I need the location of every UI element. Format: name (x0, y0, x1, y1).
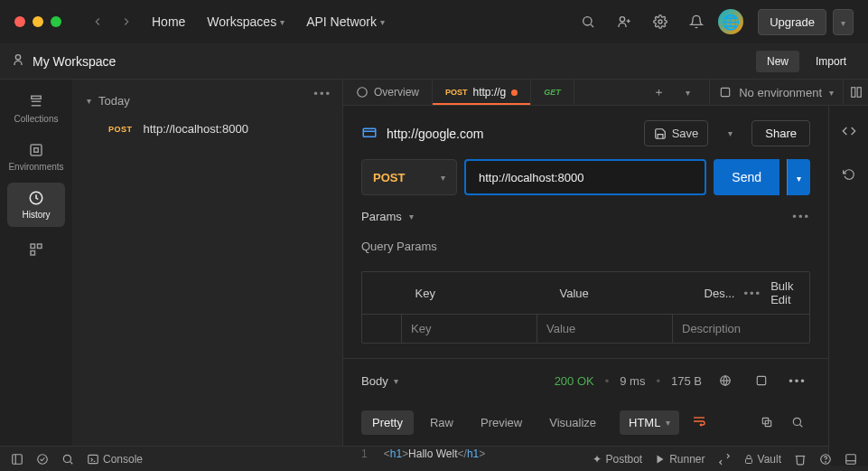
content: Overview POST http://g GET ＋ ▾ No enviro… (343, 80, 868, 446)
view-visualize[interactable]: Visualize (538, 410, 607, 435)
format-select[interactable]: HTML▾ (620, 410, 679, 435)
method-select[interactable]: POST ▾ (361, 159, 457, 195)
bulk-edit-link[interactable]: ••• Bulk Edit (744, 279, 801, 306)
share-button[interactable]: Share (751, 120, 810, 146)
save-response-icon[interactable] (749, 368, 774, 393)
send-dropdown[interactable]: ▾ (787, 159, 810, 195)
notifications-icon[interactable] (682, 7, 711, 36)
footer-console[interactable]: Console (87, 453, 143, 466)
search-icon[interactable] (574, 7, 602, 36)
footer-runner[interactable]: Runner (655, 453, 705, 466)
upgrade-button[interactable]: Upgrade (758, 9, 826, 35)
svg-rect-22 (757, 376, 765, 384)
new-tab-button[interactable]: ＋ (646, 80, 671, 105)
param-value-input[interactable]: Value (537, 315, 673, 343)
copy-response-icon[interactable] (754, 410, 779, 435)
history-group-label: Today (98, 94, 130, 108)
params-tab[interactable]: Params (361, 210, 402, 223)
tab-overview[interactable]: Overview (343, 80, 433, 105)
view-raw[interactable]: Raw (419, 410, 464, 435)
minimize-window[interactable] (33, 16, 43, 27)
svg-rect-36 (745, 458, 751, 463)
history-item-url: http://localhost:8000 (144, 122, 248, 136)
response-status: 200 OK (555, 374, 594, 388)
footer-layout-icon[interactable] (845, 453, 857, 466)
rail-history[interactable]: History (7, 183, 65, 227)
save-label: Save (672, 127, 699, 140)
nav-api-network[interactable]: API Network▾ (299, 11, 392, 33)
footer-sync-icon[interactable] (36, 453, 49, 466)
response-body-tab[interactable]: Body▾ (361, 374, 398, 388)
refresh-icon[interactable] (836, 162, 862, 187)
footer-trash-icon[interactable] (794, 453, 807, 466)
search-response-icon[interactable] (785, 410, 810, 435)
environment-select[interactable]: No environment ▾ (709, 80, 843, 105)
titlebar: Home Workspaces▾ API Network▾ 🌐 Upgrade … (0, 0, 868, 43)
save-dropdown[interactable]: ▾ (717, 121, 742, 146)
nav-forward[interactable] (116, 11, 137, 33)
nav-workspaces[interactable]: Workspaces▾ (200, 11, 292, 33)
request-title[interactable]: http://google.com (387, 127, 635, 141)
footer-postbot[interactable]: ✦ Postbot (593, 453, 642, 466)
rail-collections-label: Collections (14, 114, 59, 124)
send-button[interactable]: Send (714, 159, 779, 195)
response-time: 9 ms (620, 374, 645, 388)
rail-collections[interactable]: Collections (7, 87, 65, 131)
rail-more[interactable] (7, 234, 65, 265)
tab-method-badge: POST (445, 88, 468, 97)
footer-find-icon[interactable] (61, 453, 74, 466)
nav-back[interactable] (87, 11, 108, 33)
param-key-input[interactable]: Key (402, 315, 537, 343)
history-item[interactable]: POST http://localhost:8000 (72, 115, 342, 143)
maximize-window[interactable] (51, 16, 61, 27)
svg-point-6 (15, 55, 20, 60)
env-quicklook-icon[interactable] (843, 80, 868, 105)
params-more-icon[interactable]: ••• (792, 210, 810, 223)
footer-vault[interactable]: Vault (743, 453, 781, 466)
rail-environments[interactable]: Environments (7, 135, 65, 179)
tab-get[interactable]: GET (531, 80, 574, 105)
history-panel-more-icon[interactable]: ••• (313, 87, 331, 100)
right-rail (828, 106, 868, 466)
workspace-name[interactable]: My Workspace (33, 54, 751, 69)
url-input[interactable] (464, 159, 706, 195)
view-preview[interactable]: Preview (470, 410, 533, 435)
col-value: Value (560, 287, 695, 300)
close-window[interactable] (14, 16, 25, 27)
line-number: 1 (361, 447, 368, 460)
new-button[interactable]: New (756, 51, 799, 72)
invite-icon[interactable] (610, 7, 639, 36)
method-label: POST (373, 171, 405, 184)
col-desc: Des... (705, 287, 735, 300)
svg-rect-8 (31, 145, 42, 155)
nav-home[interactable]: Home (145, 11, 192, 33)
svg-rect-17 (857, 88, 861, 98)
more-icon: ••• (744, 287, 762, 300)
import-button[interactable]: Import (805, 51, 857, 72)
code-snippet-icon[interactable] (836, 118, 862, 144)
tab-request-active[interactable]: POST http://g (433, 80, 531, 105)
avatar[interactable]: 🌐 (718, 9, 743, 34)
tab-overview-label: Overview (374, 86, 419, 99)
upgrade-dropdown[interactable]: ▾ (833, 9, 854, 35)
history-group-today[interactable]: ▾ Today (72, 87, 342, 115)
view-pretty[interactable]: Pretty (361, 410, 414, 435)
footer-sidebar-icon[interactable] (11, 453, 23, 466)
svg-point-31 (63, 455, 70, 462)
footer-help-icon[interactable] (819, 453, 832, 466)
wrap-lines-icon[interactable] (692, 414, 706, 431)
tab-options[interactable]: ▾ (675, 80, 700, 105)
tab-get-label: GET (544, 88, 561, 97)
response-toolbar: Pretty Raw Preview Visualize HTML▾ (343, 402, 828, 442)
tabs-row: Overview POST http://g GET ＋ ▾ No enviro… (343, 80, 868, 106)
settings-icon[interactable] (646, 7, 675, 36)
response-more-icon[interactable]: ••• (785, 368, 810, 393)
rail-environments-label: Environments (8, 162, 63, 172)
network-icon[interactable] (713, 368, 738, 393)
window-controls (14, 16, 61, 27)
footer-capture-icon[interactable] (718, 453, 731, 466)
svg-point-0 (583, 17, 592, 25)
save-button[interactable]: Save (644, 120, 709, 146)
svg-rect-28 (13, 454, 23, 464)
param-desc-input[interactable]: Description (673, 315, 809, 343)
